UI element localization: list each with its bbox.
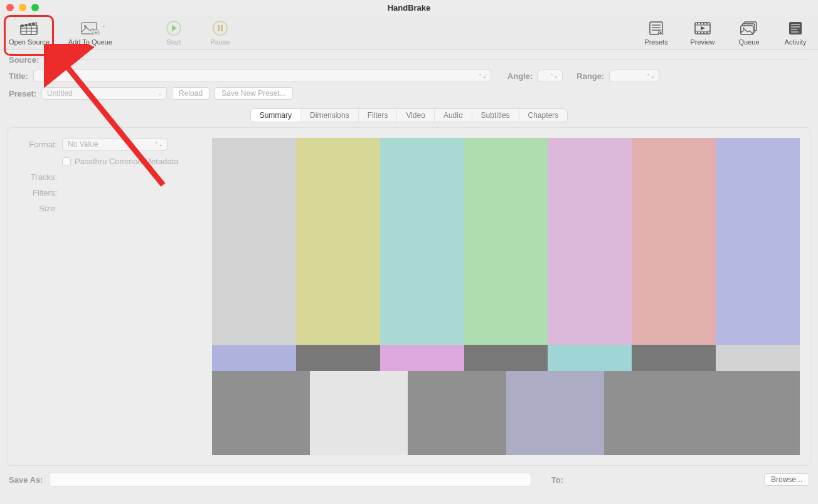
svg-point-34 [743,27,744,28]
svg-rect-30 [706,32,708,33]
minimize-window-icon[interactable] [19,4,26,11]
svg-point-6 [84,25,87,28]
reload-button[interactable]: Reload [172,87,210,100]
play-icon [166,19,181,37]
preview-button[interactable]: Preview [685,15,720,50]
activity-label: Activity [785,38,807,46]
saveas-label: Save As: [9,475,43,485]
pause-button[interactable]: Pause [203,15,238,50]
svg-rect-28 [700,32,701,33]
queue-button[interactable]: Queue [731,15,767,50]
preset-select[interactable]: Untitled ⌄ [41,87,167,100]
format-select[interactable]: No Value ⌃⌄ [62,138,167,150]
activity-log-icon [788,19,803,37]
add-to-queue-button[interactable]: ⌄ Add To Queue [65,15,116,50]
pause-label: Pause [210,38,230,46]
preset-label: Preset: [9,89,36,98]
svg-rect-25 [703,23,704,24]
open-source-label: Open Source [9,38,50,46]
close-window-icon[interactable] [6,4,14,11]
tracks-label: Tracks: [8,172,57,182]
source-row: Source: [9,55,809,65]
tab-audio[interactable]: Audio [435,109,472,122]
format-value: No Value [68,140,98,149]
chevron-updown-icon: ⌃⌄ [478,73,487,79]
tab-chapters[interactable]: Chapters [519,109,568,122]
saveas-row: Save As: To: Browse... [9,473,809,486]
presets-list-icon [649,19,664,37]
passthru-checkbox[interactable] [62,157,71,166]
svg-rect-35 [789,22,802,34]
range-select[interactable]: ⌃⌄ [609,70,659,82]
preview-image [212,138,800,455]
save-new-preset-button[interactable]: Save New Preset... [215,87,293,100]
svg-rect-13 [221,25,223,31]
svg-rect-24 [700,23,701,24]
zoom-window-icon[interactable] [31,4,39,11]
svg-rect-23 [697,23,698,24]
add-to-queue-label: Add To Queue [68,38,112,46]
chevron-updown-icon: ⌃⌄ [154,142,163,147]
title-label: Title: [9,71,28,81]
summary-left-form: Format: No Value ⌃⌄ Passthru Common Meta… [8,128,212,465]
source-label: Source: [9,55,39,65]
saveas-input[interactable] [49,473,531,486]
svg-rect-26 [706,23,708,24]
chevron-updown-icon: ⌃⌄ [646,73,655,79]
tabs-segmented: SummaryDimensionsFiltersVideoAudioSubtit… [250,108,568,122]
traffic-lights [6,4,39,11]
preset-value: Untitled [47,89,73,98]
preview-label: Preview [690,38,714,46]
activity-button[interactable]: Activity [778,15,813,50]
tab-dimensions[interactable]: Dimensions [301,109,359,122]
queue-stack-icon [740,19,758,37]
size-label: Size: [8,204,57,213]
queue-label: Queue [738,38,759,46]
range-label: Range: [576,71,604,81]
add-image-icon: ⌄ [81,19,100,37]
angle-label: Angle: [507,71,533,81]
title-select[interactable]: ⌃⌄ [33,70,491,82]
svg-rect-29 [703,32,704,33]
chevron-updown-icon: ⌃⌄ [550,73,558,79]
filters-label: Filters: [8,188,57,197]
tab-filters[interactable]: Filters [359,109,398,122]
pause-icon [213,19,228,37]
browse-button[interactable]: Browse... [764,473,809,486]
chevron-down-icon: ⌄ [158,91,162,97]
format-label: Format: [8,140,57,149]
open-source-button[interactable]: Open Source [5,15,53,50]
preview-film-icon [694,19,711,37]
clapperboard-icon [20,19,38,37]
toolbar: Open Source ⌄ Add To Queue [0,15,818,50]
tab-video[interactable]: Video [397,109,434,122]
angle-select[interactable]: ⌃⌄ [538,70,563,82]
svg-rect-27 [697,32,698,33]
summary-panel: Format: No Value ⌃⌄ Passthru Common Meta… [8,127,810,466]
svg-point-11 [213,21,227,35]
start-label: Start [166,38,181,46]
svg-rect-33 [741,26,753,34]
passthru-label: Passthru Common Metadata [75,157,178,166]
titlebar: HandBrake [0,0,818,15]
svg-rect-12 [218,25,220,31]
presets-label: Presets [644,38,667,46]
to-label: To: [551,475,563,485]
tab-summary[interactable]: Summary [251,109,301,122]
tab-subtitles[interactable]: Subtitles [472,109,519,122]
start-button[interactable]: Start [156,15,191,50]
app-title: HandBrake [0,3,818,13]
presets-button[interactable]: Presets [639,15,674,50]
